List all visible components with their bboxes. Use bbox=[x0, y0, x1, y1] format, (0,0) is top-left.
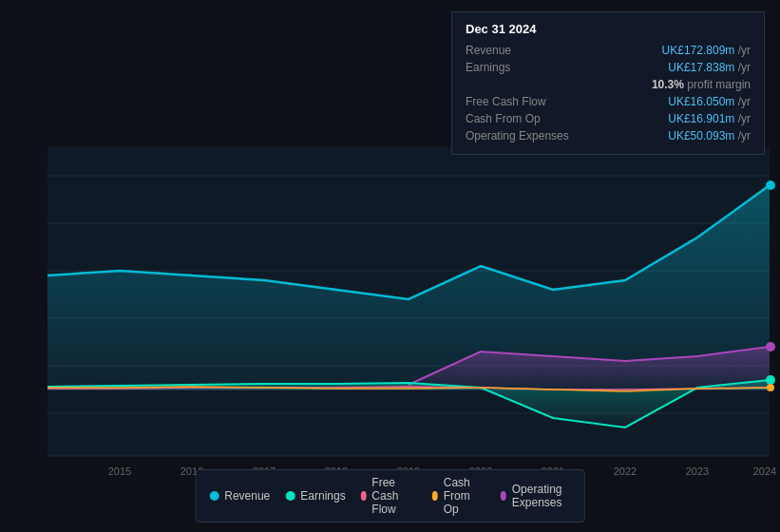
earnings-label: Earnings bbox=[466, 59, 611, 76]
date-header: Dec 31 2024 bbox=[466, 22, 751, 36]
svg-text:2023: 2023 bbox=[686, 466, 709, 477]
svg-text:2022: 2022 bbox=[614, 466, 637, 477]
legend-revenue[interactable]: Revenue bbox=[209, 489, 270, 503]
profit-margin-spacer bbox=[466, 76, 611, 93]
fcf-label: Free Cash Flow bbox=[466, 93, 611, 110]
cashfromop-label: Cash From Op bbox=[466, 110, 611, 127]
legend-label-opex: Operating Expenses bbox=[512, 483, 571, 509]
legend-dot-fcf bbox=[361, 491, 367, 501]
svg-point-20 bbox=[766, 180, 775, 190]
opex-label: Operating Expenses bbox=[466, 127, 611, 144]
chart-container: Dec 31 2024 Revenue UK£172.809m /yr Earn… bbox=[0, 0, 780, 532]
opex-value: UK£50.093m /yr bbox=[611, 127, 751, 144]
legend-dot-earnings bbox=[285, 491, 295, 501]
legend: Revenue Earnings Free Cash Flow Cash Fro… bbox=[195, 469, 585, 522]
legend-fcf[interactable]: Free Cash Flow bbox=[361, 476, 417, 516]
earnings-value: UK£17.838m /yr bbox=[611, 59, 751, 76]
legend-label-cashfromop: Cash From Op bbox=[444, 476, 485, 516]
legend-earnings[interactable]: Earnings bbox=[285, 489, 345, 503]
legend-dot-revenue bbox=[209, 491, 219, 501]
revenue-value: UK£172.809m /yr bbox=[611, 42, 751, 59]
svg-text:2015: 2015 bbox=[108, 466, 131, 477]
legend-label-earnings: Earnings bbox=[300, 489, 345, 503]
svg-text:2024: 2024 bbox=[753, 466, 776, 477]
profit-margin-value: 10.3% profit margin bbox=[611, 76, 751, 93]
fcf-value: UK£16.050m /yr bbox=[611, 93, 751, 110]
svg-point-22 bbox=[766, 375, 775, 385]
legend-cashfromop[interactable]: Cash From Op bbox=[432, 476, 485, 516]
svg-point-23 bbox=[767, 384, 774, 391]
info-card: Dec 31 2024 Revenue UK£172.809m /yr Earn… bbox=[451, 11, 765, 155]
legend-dot-cashfromop bbox=[432, 491, 438, 501]
revenue-label: Revenue bbox=[466, 42, 611, 59]
legend-opex[interactable]: Operating Expenses bbox=[501, 483, 571, 509]
legend-dot-opex bbox=[501, 491, 506, 501]
legend-label-fcf: Free Cash Flow bbox=[371, 476, 417, 516]
cashfromop-value: UK£16.901m /yr bbox=[611, 110, 751, 127]
legend-label-revenue: Revenue bbox=[224, 489, 270, 503]
svg-point-21 bbox=[766, 342, 775, 352]
